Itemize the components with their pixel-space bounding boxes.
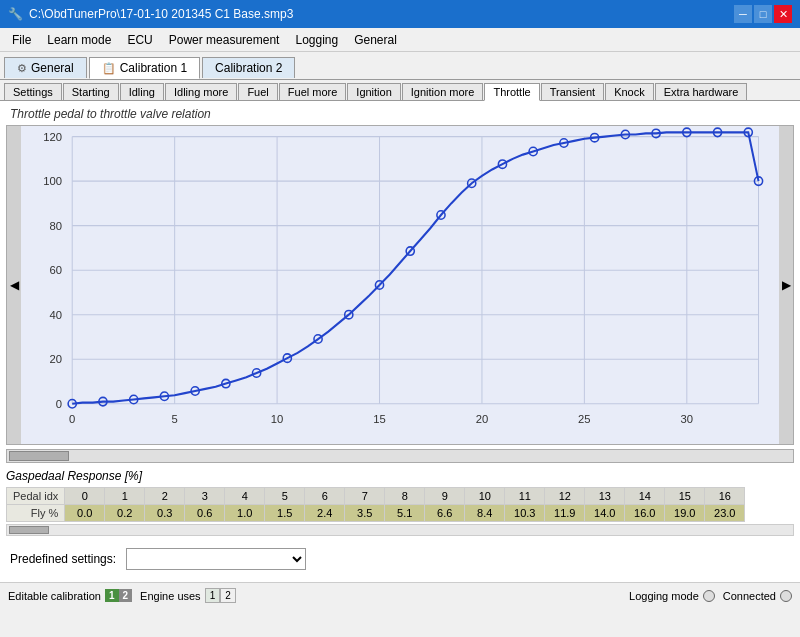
minimize-button[interactable]: ─ (734, 5, 752, 23)
svg-text:15: 15 (373, 413, 386, 425)
svg-text:60: 60 (49, 264, 62, 276)
menu-ecu[interactable]: ECU (119, 31, 160, 49)
val-12[interactable]: 11.9 (545, 505, 585, 522)
val-4[interactable]: 1.0 (225, 505, 265, 522)
editable-calibration-label: Editable calibration (8, 590, 101, 602)
app-icon: 🔧 (8, 7, 23, 21)
main-tabs: ⚙ General 📋 Calibration 1 Calibration 2 (0, 52, 800, 80)
tab-general[interactable]: ⚙ General (4, 57, 87, 78)
subtab-fuel[interactable]: Fuel (238, 83, 277, 100)
engine-uses-label: Engine uses (140, 590, 201, 602)
predefined-label: Predefined settings: (10, 552, 116, 566)
subtab-starting[interactable]: Starting (63, 83, 119, 100)
header-0: 0 (65, 488, 105, 505)
chart-scrollbar[interactable] (6, 449, 794, 463)
fly-label: Fly % (7, 505, 65, 522)
cal1-badge: 1 (105, 589, 119, 602)
connected-label: Connected (723, 590, 776, 602)
svg-rect-0 (21, 126, 779, 444)
val-2[interactable]: 0.3 (145, 505, 185, 522)
subtab-knock[interactable]: Knock (605, 83, 654, 100)
val-1[interactable]: 0.2 (105, 505, 145, 522)
logging-mode-segment: Logging mode (629, 590, 715, 602)
menu-bar: File Learn mode ECU Power measurement Lo… (0, 28, 800, 52)
engine1-box: 1 (205, 588, 221, 603)
svg-text:5: 5 (172, 413, 178, 425)
cal2-badge: 2 (119, 589, 133, 602)
subtab-idling-more[interactable]: Idling more (165, 83, 237, 100)
table-data-row: Fly % 0.0 0.2 0.3 0.6 1.0 1.5 2.4 3.5 5.… (7, 505, 745, 522)
connected-segment: Connected (723, 590, 792, 602)
header-6: 6 (305, 488, 345, 505)
val-15[interactable]: 19.0 (665, 505, 705, 522)
svg-text:10: 10 (271, 413, 284, 425)
svg-text:40: 40 (49, 309, 62, 321)
header-13: 13 (585, 488, 625, 505)
header-15: 15 (665, 488, 705, 505)
val-9[interactable]: 6.6 (425, 505, 465, 522)
val-5[interactable]: 1.5 (265, 505, 305, 522)
svg-text:100: 100 (43, 175, 62, 187)
val-6[interactable]: 2.4 (305, 505, 345, 522)
menu-general[interactable]: General (346, 31, 405, 49)
val-8[interactable]: 5.1 (385, 505, 425, 522)
table-header-row: Pedal idx 0 1 2 3 4 5 6 7 8 9 10 11 12 1… (7, 488, 745, 505)
svg-text:20: 20 (476, 413, 489, 425)
sub-tabs: Settings Starting Idling Idling more Fue… (0, 80, 800, 101)
header-12: 12 (545, 488, 585, 505)
subtab-idling[interactable]: Idling (120, 83, 164, 100)
maximize-button[interactable]: □ (754, 5, 772, 23)
engine-uses-segment: Engine uses 1 2 (140, 588, 236, 603)
subtab-ignition[interactable]: Ignition (347, 83, 400, 100)
menu-file[interactable]: File (4, 31, 39, 49)
val-0[interactable]: 0.0 (65, 505, 105, 522)
header-9: 9 (425, 488, 465, 505)
table-scroll-thumb[interactable] (9, 526, 49, 534)
scrollbar-thumb[interactable] (9, 451, 69, 461)
editable-calibration-segment: Editable calibration 1 2 (8, 589, 132, 602)
subtab-transient[interactable]: Transient (541, 83, 604, 100)
chart-scroll-left[interactable]: ◀ (7, 126, 21, 444)
val-13[interactable]: 14.0 (585, 505, 625, 522)
logging-circle (703, 590, 715, 602)
svg-text:30: 30 (681, 413, 694, 425)
val-14[interactable]: 16.0 (625, 505, 665, 522)
chart-scroll-right[interactable]: ▶ (779, 126, 793, 444)
menu-logging[interactable]: Logging (287, 31, 346, 49)
connected-circle (780, 590, 792, 602)
subtab-extra-hardware[interactable]: Extra hardware (655, 83, 748, 100)
chart-title: Throttle pedal to throttle valve relatio… (10, 107, 794, 121)
menu-power-measurement[interactable]: Power measurement (161, 31, 288, 49)
tab-calibration2[interactable]: Calibration 2 (202, 57, 295, 78)
subtab-throttle[interactable]: Throttle (484, 83, 539, 101)
calibration-badge: 1 2 (105, 589, 132, 602)
svg-text:0: 0 (69, 413, 75, 425)
header-10: 10 (465, 488, 505, 505)
engine-badge: 1 2 (205, 588, 236, 603)
val-7[interactable]: 3.5 (345, 505, 385, 522)
general-icon: ⚙ (17, 62, 27, 75)
header-2: 2 (145, 488, 185, 505)
chart-inner: 120 100 80 60 40 20 0 0 5 10 15 20 25 30 (21, 126, 779, 444)
svg-text:80: 80 (49, 220, 62, 232)
val-11[interactable]: 10.3 (505, 505, 545, 522)
pedal-idx-label: Pedal idx (7, 488, 65, 505)
subtab-settings[interactable]: Settings (4, 83, 62, 100)
header-16: 16 (705, 488, 745, 505)
val-10[interactable]: 8.4 (465, 505, 505, 522)
close-button[interactable]: ✕ (774, 5, 792, 23)
table-scrollbar[interactable] (6, 524, 794, 536)
menu-learn-mode[interactable]: Learn mode (39, 31, 119, 49)
predefined-select[interactable] (126, 548, 306, 570)
data-table: Pedal idx 0 1 2 3 4 5 6 7 8 9 10 11 12 1… (6, 487, 745, 522)
header-11: 11 (505, 488, 545, 505)
subtab-fuel-more[interactable]: Fuel more (279, 83, 347, 100)
tab-calibration1[interactable]: 📋 Calibration 1 (89, 57, 200, 79)
val-16[interactable]: 23.0 (705, 505, 745, 522)
subtab-ignition-more[interactable]: Ignition more (402, 83, 484, 100)
header-3: 3 (185, 488, 225, 505)
header-14: 14 (625, 488, 665, 505)
engine2-box: 2 (220, 588, 236, 603)
val-3[interactable]: 0.6 (185, 505, 225, 522)
main-content: Throttle pedal to throttle valve relatio… (0, 101, 800, 582)
